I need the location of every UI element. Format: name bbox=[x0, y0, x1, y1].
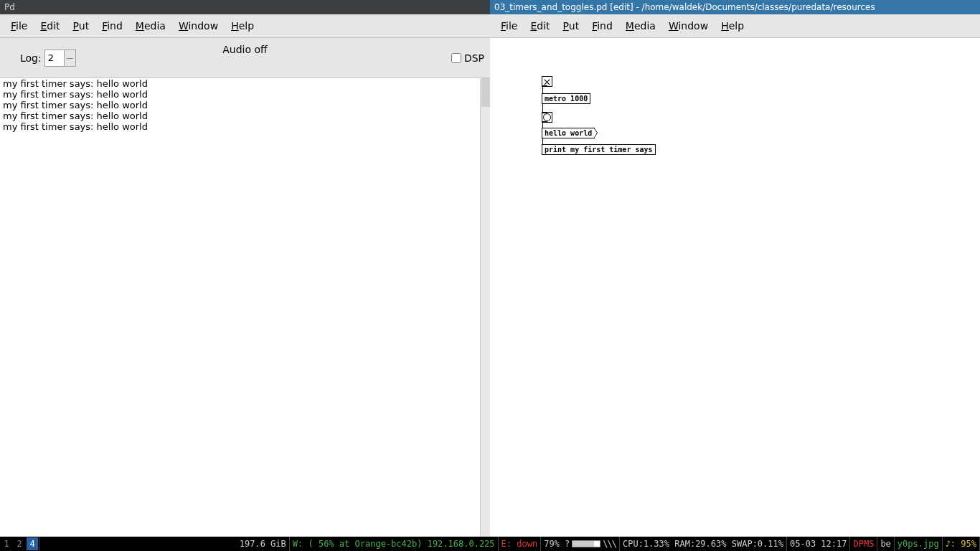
cpu-usage: CPU:1.33% bbox=[623, 539, 669, 549]
patch-wire[interactable] bbox=[542, 87, 543, 93]
console-line: my first timer says: hello world bbox=[3, 78, 487, 89]
patch-canvas[interactable]: metro 1000 hello world print my first ti… bbox=[490, 38, 980, 537]
menu-help[interactable]: Help bbox=[225, 17, 260, 34]
menu-window[interactable]: Window bbox=[662, 17, 715, 34]
pd-message-hello[interactable]: hello world bbox=[542, 128, 595, 138]
menu-find[interactable]: Find bbox=[585, 17, 619, 34]
ram-usage: RAM:29.63% bbox=[674, 539, 726, 549]
battery-bar-icon bbox=[572, 540, 600, 547]
status-keyboard-layout: be bbox=[877, 537, 894, 551]
workspace-4[interactable]: 4 bbox=[27, 537, 38, 550]
dsp-label: DSP bbox=[464, 52, 484, 64]
pd-object-print[interactable]: print my first timer says bbox=[542, 144, 656, 155]
battery-percent: 79% ? bbox=[544, 539, 570, 549]
toolbar: Log: 2 — Audio off DSP bbox=[0, 38, 490, 78]
console-line: my first timer says: hello world bbox=[3, 89, 487, 100]
menu-edit[interactable]: Edit bbox=[34, 17, 66, 34]
battery-hatch-icon: \\\ bbox=[603, 539, 616, 549]
status-disk: 197.6 GiB bbox=[237, 537, 290, 551]
menu-media[interactable]: Media bbox=[129, 17, 172, 34]
workspace-2[interactable]: 2 bbox=[14, 537, 25, 550]
menu-file[interactable]: File bbox=[4, 17, 34, 34]
pd-console-window: Pd File Edit Put Find Media Window Help … bbox=[0, 0, 490, 537]
eth-text: down bbox=[517, 539, 537, 549]
volume-percent: 95% bbox=[961, 539, 976, 549]
status-wifi: W: ( 56% at Orange-bc42b) 192.168.0.225 bbox=[290, 537, 499, 551]
menu-put[interactable]: Put bbox=[557, 17, 586, 34]
status-cpu-ram-swap: CPU:1.33% RAM:29.63% SWAP:0.11% bbox=[620, 537, 787, 551]
workspace-switcher[interactable]: 1 2 4 bbox=[0, 537, 39, 551]
menu-put[interactable]: Put bbox=[67, 17, 96, 34]
patch-wire[interactable] bbox=[542, 123, 543, 128]
console-line: my first timer says: hello world bbox=[3, 100, 487, 110]
status-wallpaper: y0ps.jpg bbox=[895, 537, 943, 551]
patch-wire[interactable] bbox=[542, 104, 543, 112]
menubar-right: File Edit Put Find Media Window Help bbox=[490, 14, 980, 38]
titlebar-left[interactable]: Pd bbox=[0, 0, 490, 14]
status-dpms: DPMS bbox=[850, 537, 877, 551]
menu-window[interactable]: Window bbox=[172, 17, 225, 34]
pd-object-metro[interactable]: metro 1000 bbox=[542, 93, 590, 104]
log-label: Log: bbox=[20, 52, 42, 64]
menu-help[interactable]: Help bbox=[715, 17, 750, 34]
status-battery: 79% ? \\\ bbox=[541, 537, 620, 551]
console-line: my first timer says: hello world bbox=[3, 110, 487, 121]
audio-status: Audio off bbox=[222, 44, 267, 55]
log-level-spinbox[interactable]: 2 — bbox=[44, 50, 76, 67]
wifi-label: W: bbox=[293, 539, 303, 549]
swap-usage: SWAP:0.11% bbox=[732, 539, 783, 549]
console-scrollbar[interactable] bbox=[480, 78, 490, 537]
dsp-toggle[interactable]: DSP bbox=[451, 52, 484, 64]
menu-file[interactable]: File bbox=[494, 17, 524, 34]
wifi-text: ( 56% at Orange-bc42b) 192.168.0.225 bbox=[308, 539, 494, 549]
pd-patch-window: 03_timers_and_toggles.pd [edit] - /home/… bbox=[490, 0, 980, 537]
patch-wire[interactable] bbox=[542, 138, 543, 144]
log-level-value: 2 bbox=[45, 51, 64, 65]
spinbox-arrows-icon[interactable]: — bbox=[64, 50, 75, 66]
status-datetime: 05-03 12:17 bbox=[787, 537, 850, 551]
workspace-1[interactable]: 1 bbox=[1, 537, 12, 550]
i3-status-bar: 1 2 4 197.6 GiB W: ( 56% at Orange-bc42b… bbox=[0, 537, 980, 551]
console-line: my first timer says: hello world bbox=[3, 121, 487, 132]
status-ethernet: E: down bbox=[499, 537, 542, 551]
eth-label: E: bbox=[501, 539, 512, 549]
pd-toggle-object[interactable] bbox=[542, 76, 552, 87]
status-volume: ♪: 95% bbox=[943, 537, 980, 551]
menu-find[interactable]: Find bbox=[95, 17, 129, 34]
scrollbar-thumb[interactable] bbox=[481, 78, 490, 107]
console-output[interactable]: my first timer says: hello world my firs… bbox=[0, 78, 490, 537]
volume-icon: ♪: bbox=[946, 539, 956, 549]
titlebar-right[interactable]: 03_timers_and_toggles.pd [edit] - /home/… bbox=[490, 0, 980, 14]
menu-edit[interactable]: Edit bbox=[524, 17, 556, 34]
dsp-checkbox[interactable] bbox=[451, 53, 461, 63]
menu-media[interactable]: Media bbox=[619, 17, 662, 34]
pd-bang-object[interactable] bbox=[542, 112, 552, 123]
menubar-left: File Edit Put Find Media Window Help bbox=[0, 14, 490, 38]
